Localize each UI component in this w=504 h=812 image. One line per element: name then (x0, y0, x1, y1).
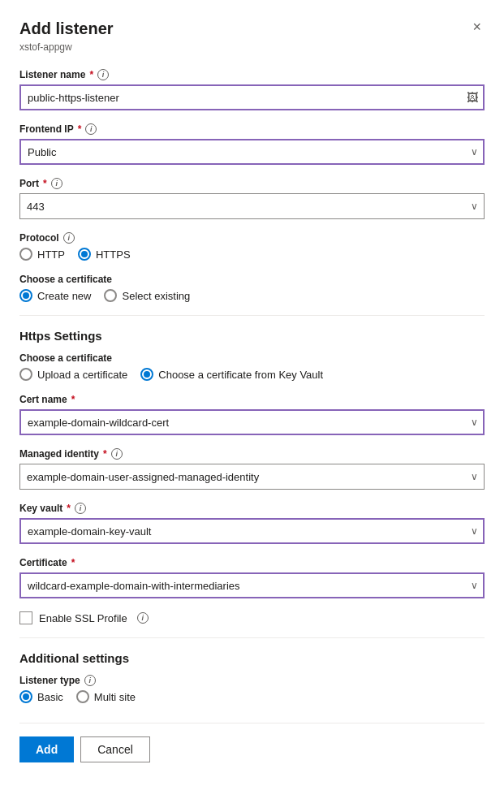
certificate-group: Certificate * wildcard-example-domain-wi… (19, 557, 485, 598)
listener-name-icon: 🖼 (467, 91, 478, 104)
listener-name-label: Listener name * i (19, 69, 485, 80)
listener-type-group: Listener type i Basic Multi site (19, 675, 485, 703)
protocol-radio-group: HTTP HTTPS (19, 248, 485, 261)
choose-cert-radio-group: Create new Select existing (19, 289, 485, 302)
add-listener-panel: Add listener × xstof-appgw Listener name… (0, 0, 504, 812)
ssl-profile-group: Enable SSL Profile i (19, 611, 485, 624)
cert-select-existing-radio[interactable] (104, 289, 117, 302)
listener-name-info-icon[interactable]: i (97, 69, 109, 80)
port-info-icon[interactable]: i (51, 178, 62, 189)
cert-create-new-item[interactable]: Create new (19, 289, 91, 302)
key-vault-group: Key vault * i example-domain-key-vault ∨ (19, 503, 485, 544)
port-group: Port * i 443 80 ∨ (19, 178, 485, 219)
protocol-info-icon[interactable]: i (63, 232, 75, 244)
listener-name-input-wrapper: 🖼 (19, 84, 485, 110)
listener-type-basic-item[interactable]: Basic (19, 690, 63, 703)
listener-type-multisite-item[interactable]: Multi site (76, 690, 136, 703)
ssl-profile-info-icon[interactable]: i (137, 612, 149, 624)
port-select-wrapper: 443 80 ∨ (19, 193, 485, 219)
panel-title: Add listener (19, 19, 114, 38)
protocol-https-label: HTTPS (96, 248, 131, 261)
listener-type-radio-group: Basic Multi site (19, 690, 485, 703)
protocol-https-item[interactable]: HTTPS (78, 248, 131, 261)
certificate-label: Certificate * (19, 557, 485, 568)
cert-select-existing-label: Select existing (122, 290, 190, 302)
cert-name-group: Cert name * example-domain-wildcard-cert… (19, 394, 485, 435)
required-star-7: * (71, 557, 75, 568)
listener-type-basic-label: Basic (37, 691, 63, 703)
frontend-ip-group: Frontend IP * i Public Private ∨ (19, 123, 485, 165)
https-settings-section: Https Settings Choose a certificate Uplo… (19, 329, 485, 598)
key-vault-cert-label: Choose a certificate from Key Vault (158, 369, 323, 381)
ssl-profile-checkbox-label: Enable SSL Profile (39, 612, 127, 624)
frontend-ip-select[interactable]: Public Private (19, 139, 485, 165)
additional-settings-divider (19, 637, 485, 638)
managed-identity-label: Managed identity * i (19, 448, 485, 460)
cancel-button[interactable]: Cancel (80, 736, 150, 762)
listener-name-input[interactable] (19, 84, 485, 110)
additional-settings-section: Additional settings Listener type i Basi… (19, 651, 485, 703)
key-vault-select[interactable]: example-domain-key-vault (19, 518, 485, 544)
listener-type-info-icon[interactable]: i (84, 675, 96, 686)
cert-name-label: Cert name * (19, 394, 485, 405)
required-star-3: * (43, 178, 47, 189)
choose-cert-label: Choose a certificate (19, 274, 485, 285)
frontend-ip-info-icon[interactable]: i (85, 123, 97, 135)
managed-identity-group: Managed identity * i example-domain-user… (19, 448, 485, 490)
cert-create-new-label: Create new (37, 290, 91, 302)
listener-type-basic-radio[interactable] (19, 690, 32, 703)
required-star: * (89, 69, 93, 80)
certificate-select-wrapper: wildcard-example-domain-with-intermediar… (19, 572, 485, 598)
panel-footer: Add Cancel (19, 723, 485, 762)
panel-subtitle: xstof-appgw (19, 41, 485, 53)
certificate-select[interactable]: wildcard-example-domain-with-intermediar… (19, 572, 485, 598)
protocol-group: Protocol i HTTP HTTPS (19, 232, 485, 261)
listener-type-label: Listener type i (19, 675, 485, 686)
frontend-ip-select-wrapper: Public Private ∨ (19, 139, 485, 165)
listener-type-multisite-radio[interactable] (76, 690, 89, 703)
protocol-label: Protocol i (19, 232, 485, 244)
required-star-5: * (103, 448, 107, 460)
section-divider (19, 315, 485, 316)
key-vault-cert-radio[interactable] (140, 368, 153, 381)
listener-name-group: Listener name * i 🖼 (19, 69, 485, 110)
https-choose-cert-label: Choose a certificate (19, 352, 485, 364)
https-settings-title: Https Settings (19, 329, 485, 343)
frontend-ip-label: Frontend IP * i (19, 123, 485, 135)
managed-identity-select-wrapper: example-domain-user-assigned-managed-ide… (19, 464, 485, 490)
cert-create-new-radio[interactable] (19, 289, 32, 302)
panel-header: Add listener × (19, 19, 485, 38)
key-vault-select-wrapper: example-domain-key-vault ∨ (19, 518, 485, 544)
key-vault-label: Key vault * i (19, 503, 485, 514)
required-star-2: * (78, 123, 82, 135)
upload-cert-label: Upload a certificate (37, 369, 127, 381)
required-star-6: * (67, 503, 71, 514)
cert-select-existing-item[interactable]: Select existing (104, 289, 190, 302)
add-button[interactable]: Add (19, 736, 74, 762)
port-select[interactable]: 443 80 (19, 193, 485, 219)
ssl-profile-checkbox-item[interactable]: Enable SSL Profile i (19, 611, 485, 624)
upload-cert-radio[interactable] (19, 368, 32, 381)
port-label: Port * i (19, 178, 485, 189)
upload-cert-item[interactable]: Upload a certificate (19, 368, 127, 381)
key-vault-cert-item[interactable]: Choose a certificate from Key Vault (140, 368, 323, 381)
required-star-4: * (71, 394, 75, 405)
protocol-http-radio[interactable] (19, 248, 32, 261)
choose-cert-group: Choose a certificate Create new Select e… (19, 274, 485, 302)
protocol-http-item[interactable]: HTTP (19, 248, 65, 261)
https-choose-cert-group: Choose a certificate Upload a certificat… (19, 352, 485, 381)
https-cert-radio-group: Upload a certificate Choose a certificat… (19, 368, 485, 381)
ssl-profile-checkbox[interactable] (19, 611, 32, 624)
additional-settings-title: Additional settings (19, 651, 485, 665)
managed-identity-select[interactable]: example-domain-user-assigned-managed-ide… (19, 464, 485, 490)
key-vault-info-icon[interactable]: i (75, 503, 86, 514)
close-button[interactable]: × (469, 19, 485, 34)
cert-name-select-wrapper: example-domain-wildcard-cert ∨ (19, 409, 485, 435)
managed-identity-info-icon[interactable]: i (111, 448, 123, 460)
protocol-https-radio[interactable] (78, 248, 91, 261)
cert-name-select[interactable]: example-domain-wildcard-cert (19, 409, 485, 435)
protocol-http-label: HTTP (37, 248, 65, 261)
listener-type-multisite-label: Multi site (94, 691, 136, 703)
